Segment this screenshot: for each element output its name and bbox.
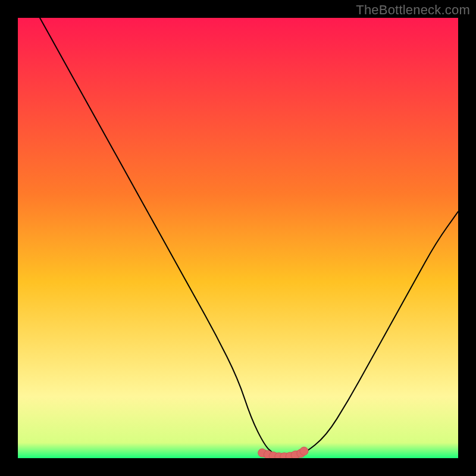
black-frame: TheBottleneck.com [0,0,476,476]
plot-area [18,18,458,458]
optimal-range-marker [300,447,308,455]
bottleneck-chart [18,18,458,458]
watermark-text: TheBottleneck.com [356,2,470,18]
gradient-background [18,18,458,458]
